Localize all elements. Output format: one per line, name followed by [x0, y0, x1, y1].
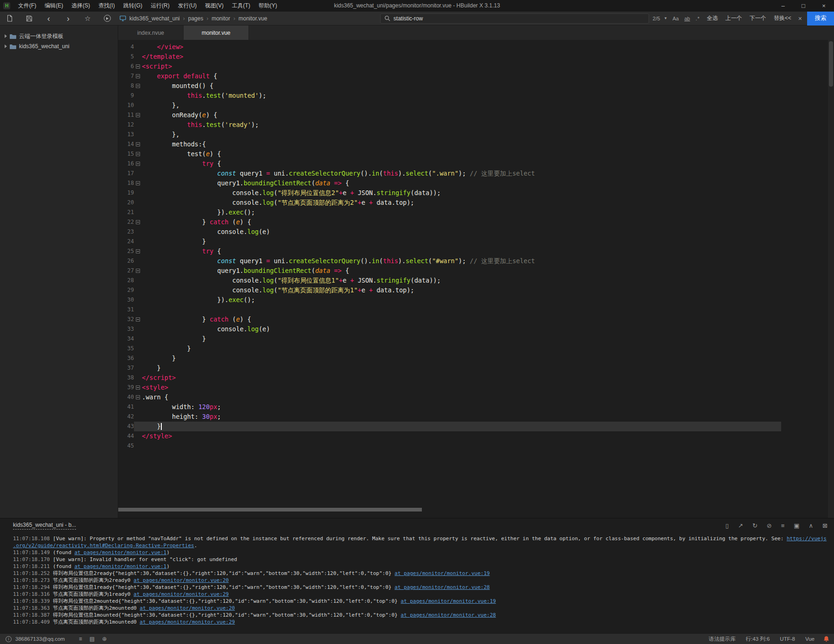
log-link[interactable]: at pages/monitor/monitor.vue:1	[74, 549, 166, 556]
line-number[interactable]: 8	[118, 81, 134, 91]
code-line[interactable]: 16 try {	[118, 159, 834, 169]
code-line[interactable]: 42 height: 30px;	[118, 412, 834, 422]
back-icon[interactable]: ‹	[45, 14, 53, 23]
line-number[interactable]: 21	[118, 208, 134, 217]
code-line[interactable]: 23 console.log(e)	[118, 227, 834, 237]
line-number[interactable]: 16	[118, 159, 134, 169]
menu-item-4[interactable]: 跳转(G)	[119, 0, 146, 12]
line-number[interactable]: 30	[118, 295, 134, 305]
code-line[interactable]: 24 }	[118, 237, 834, 246]
menu-item-9[interactable]: 帮助(Y)	[255, 0, 281, 12]
menu-item-3[interactable]: 查找(I)	[94, 0, 119, 12]
code-line[interactable]: 30 }).exec();	[118, 295, 834, 305]
log-link[interactable]: at pages/monitor/monitor.vue:1	[74, 563, 166, 569]
menu-item-8[interactable]: 工具(T)	[228, 0, 254, 12]
code-line[interactable]: 28 console.log("得到布局位置信息1"+e + JSON.stri…	[118, 276, 834, 285]
publish-icon[interactable]: ↗	[738, 522, 743, 529]
code-line[interactable]: 11 onReady(e) {	[118, 110, 834, 120]
menu-item-1[interactable]: 编辑(E)	[40, 0, 67, 12]
log-link[interactable]: at pages/monitor/monitor.vue:19	[401, 598, 496, 604]
line-number[interactable]: 34	[118, 334, 134, 344]
line-number[interactable]: 36	[118, 354, 134, 363]
code-line[interactable]: 37 }	[118, 363, 834, 373]
new-file-icon[interactable]	[6, 14, 14, 23]
line-number[interactable]: 29	[118, 285, 134, 295]
log-link[interactable]: at pages/monitor/monitor.vue:29	[134, 591, 229, 597]
menu-item-5[interactable]: 运行(R)	[146, 0, 174, 12]
code-line[interactable]: 13 },	[118, 130, 834, 139]
code-line[interactable]: 10 },	[118, 101, 834, 110]
menu-item-0[interactable]: 文件(F)	[14, 0, 40, 12]
code-line[interactable]: 9 this.test('mounted');	[118, 91, 834, 101]
code-line[interactable]: 39<style>	[118, 383, 834, 392]
code-line[interactable]: 22 } catch (e) {	[118, 217, 834, 227]
fold-collapse-icon[interactable]	[136, 64, 140, 69]
sidebar-item-0[interactable]: 云端一体登录模板	[0, 31, 118, 41]
line-number[interactable]: 17	[118, 169, 134, 178]
device-icon[interactable]: ▯	[726, 522, 729, 529]
fold-collapse-icon[interactable]	[136, 385, 140, 390]
fold-collapse-icon[interactable]	[136, 152, 140, 156]
line-number[interactable]: 44	[118, 431, 134, 441]
code-line[interactable]: 32 } catch (e) {	[118, 315, 834, 324]
code-line[interactable]: 15 test(e) {	[118, 149, 834, 159]
collapse-panel-icon[interactable]: ∧	[809, 522, 814, 529]
code-line[interactable]: 29 console.log("节点离页面顶部的距离为1"+e + data.t…	[118, 285, 834, 295]
menu-item-7[interactable]: 视图(V)	[201, 0, 228, 12]
line-number[interactable]: 38	[118, 373, 134, 383]
line-number[interactable]: 32	[118, 315, 134, 324]
code-line[interactable]: 44</style>	[118, 431, 834, 441]
log-link[interactable]: at pages/monitor/monitor.vue:28	[401, 612, 496, 618]
browser-icon[interactable]: ⊕	[102, 636, 107, 642]
code-editor[interactable]: 4 </view>5</template>6<script>7 export d…	[118, 40, 834, 518]
rerun-icon[interactable]: ↻	[752, 522, 758, 529]
line-number[interactable]: 43	[118, 422, 134, 431]
minimize-icon[interactable]: –	[773, 0, 793, 12]
open-window-icon[interactable]: ▣	[794, 522, 799, 529]
code-line[interactable]: 35 }	[118, 344, 834, 354]
horizontal-scrollbar[interactable]	[118, 508, 422, 511]
line-number[interactable]: 24	[118, 237, 134, 246]
breadcrumb-item[interactable]: kids365_wechat_uni	[129, 15, 180, 22]
fold-collapse-icon[interactable]	[136, 249, 140, 253]
line-number[interactable]: 12	[118, 120, 134, 130]
line-number[interactable]: 4	[118, 42, 134, 52]
code-line[interactable]: 45	[118, 441, 834, 451]
code-line[interactable]: 25 try {	[118, 246, 834, 256]
line-number[interactable]: 15	[118, 149, 134, 159]
code-line[interactable]: 4 </view>	[118, 42, 834, 52]
chevron-down-icon[interactable]: ▼	[664, 16, 668, 20]
line-number[interactable]: 31	[118, 305, 134, 315]
fold-collapse-icon[interactable]	[136, 84, 140, 88]
line-number[interactable]: 20	[118, 198, 134, 208]
fold-collapse-icon[interactable]	[136, 395, 140, 399]
code-line[interactable]: 40.warn {	[118, 392, 834, 402]
line-number[interactable]: 9	[118, 91, 134, 101]
close-search-icon[interactable]: ×	[797, 15, 803, 22]
line-number[interactable]: 5	[118, 52, 134, 62]
breadcrumb-item[interactable]: monitor	[211, 15, 230, 22]
match-case-icon[interactable]: Aa	[671, 15, 680, 22]
line-number[interactable]: 33	[118, 324, 134, 334]
log-link[interactable]: at pages/monitor/monitor.vue:20	[140, 605, 235, 611]
search-action-3[interactable]: 替换<<	[772, 14, 793, 22]
regex-icon[interactable]: .*	[694, 15, 701, 22]
fold-collapse-icon[interactable]	[136, 74, 140, 78]
breadcrumb-item[interactable]: monitor.vue	[238, 15, 267, 22]
search-action-2[interactable]: 下一个	[748, 14, 768, 22]
run-icon[interactable]	[103, 14, 111, 23]
save-icon[interactable]	[25, 14, 33, 23]
log-link[interactable]: https://vuejs	[787, 536, 827, 542]
search-action-0[interactable]: 全选	[705, 14, 720, 22]
code-line[interactable]: 43 }	[118, 422, 834, 431]
line-number[interactable]: 6	[118, 62, 134, 71]
account-label[interactable]: 386867133@qq.com	[15, 636, 65, 642]
menu-item-2[interactable]: 选择(S)	[67, 0, 94, 12]
fold-collapse-icon[interactable]	[136, 220, 140, 224]
status-item-0[interactable]: 语法提示库	[709, 636, 736, 643]
log-link[interactable]: at pages/monitor/monitor.vue:29	[140, 619, 235, 625]
log-link[interactable]: at pages/monitor/monitor.vue:19	[395, 570, 490, 576]
line-number[interactable]: 28	[118, 276, 134, 285]
line-number[interactable]: 14	[118, 139, 134, 149]
code-line[interactable]: 26 const query1 = uni.createSelectorQuer…	[118, 256, 834, 266]
